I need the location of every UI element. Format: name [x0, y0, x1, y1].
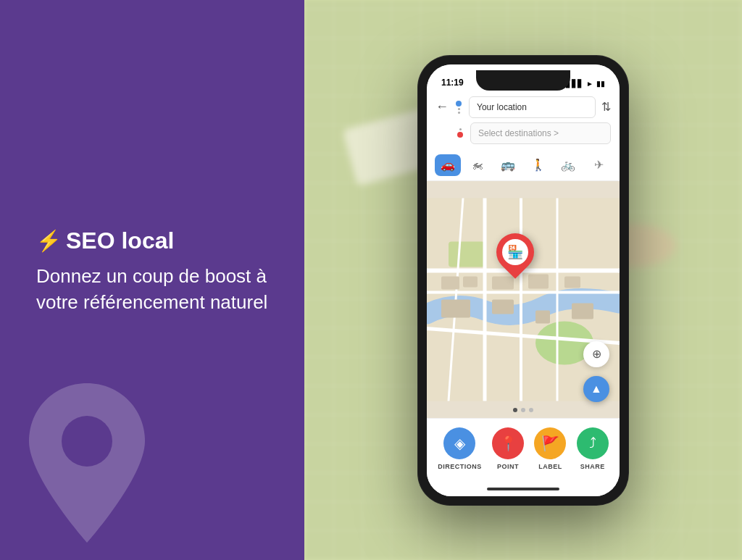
share-icon: ⤴ — [589, 435, 596, 451]
battery-icon: ▮▮ — [596, 80, 605, 88]
transport-car[interactable]: 🚗 — [435, 154, 461, 176]
page-dot-3 — [529, 408, 533, 412]
wifi-icon: ► — [586, 80, 593, 88]
svg-rect-18 — [535, 310, 550, 323]
tagline: Donnez un coup de boost à votre référenc… — [36, 263, 268, 316]
svg-rect-15 — [564, 276, 580, 288]
route-dots — [454, 101, 463, 114]
home-bar — [487, 488, 559, 490]
watermark-pin — [14, 376, 159, 553]
location-input-text: Your location — [477, 102, 527, 112]
svg-point-0 — [62, 416, 112, 467]
bottom-action-bar: ◈ DIRECTIONS 📍 POINT 🚩 LA — [427, 418, 620, 482]
page-dot-2 — [521, 408, 525, 412]
right-panel: 11:19 ▋▋▋ ► ▮▮ ← — [304, 0, 742, 560]
destination-input-text: Select destinations > — [478, 128, 559, 138]
label-label: LABEL — [538, 463, 562, 470]
phone: 11:19 ▋▋▋ ► ▮▮ ← — [418, 56, 628, 505]
pin-circle: 🏪 — [489, 225, 543, 279]
share-button[interactable]: ⤴ SHARE — [577, 427, 609, 470]
origin-dot — [456, 101, 462, 106]
directions-label: DIRECTIONS — [438, 463, 482, 470]
map-pin: 🏪 — [496, 233, 534, 271]
logo: ⚡ SEO local — [36, 227, 268, 254]
transport-flight[interactable]: ✈ — [585, 154, 612, 176]
back-button[interactable]: ← — [435, 99, 449, 114]
transport-motorbike[interactable]: 🏍 — [464, 154, 491, 176]
destination-input[interactable]: Select destinations > — [470, 122, 611, 144]
connector-dot-3 — [459, 128, 462, 130]
phone-notch — [476, 70, 570, 91]
page-dots — [513, 408, 533, 412]
map-area: 🏪 ⊕ ▲ — [427, 181, 620, 418]
location-input[interactable]: Your location — [469, 96, 596, 118]
swap-button[interactable]: ⇅ — [601, 100, 611, 114]
compass-button[interactable]: ⊕ — [583, 341, 609, 367]
search-area: ← Your location ⇅ — [427, 91, 620, 150]
search-row-1: ← Your location ⇅ — [435, 96, 611, 118]
svg-rect-19 — [572, 303, 593, 319]
store-icon: 🏪 — [507, 244, 523, 260]
phone-wrapper: 11:19 ▋▋▋ ► ▮▮ ← — [418, 56, 628, 505]
lightning-icon: ⚡ — [36, 229, 62, 253]
share-icon-circle: ⤴ — [577, 427, 609, 459]
label-icon-circle: 🚩 — [534, 427, 566, 459]
point-icon: 📍 — [499, 435, 517, 452]
point-button[interactable]: 📍 POINT — [492, 427, 524, 470]
left-panel: ⚡ SEO local Donnez un coup de boost à vo… — [0, 0, 304, 560]
phone-screen: 11:19 ▋▋▋ ► ▮▮ ← — [427, 64, 620, 496]
transport-cycle[interactable]: 🚲 — [555, 154, 581, 176]
logo-area: ⚡ SEO local Donnez un coup de boost à vo… — [36, 227, 268, 316]
status-icons: ▋▋▋ ► ▮▮ — [566, 80, 605, 88]
directions-icon: ◈ — [454, 435, 465, 452]
transport-bar: 🚗 🏍 🚌 🚶 🚲 ✈ — [427, 150, 620, 181]
search-row-2: Select destinations > — [435, 122, 611, 144]
page-dot-1 — [513, 408, 517, 412]
directions-icon-circle: ◈ — [443, 427, 475, 459]
svg-rect-11 — [441, 276, 459, 289]
label-icon: 🚩 — [541, 435, 559, 452]
svg-rect-13 — [492, 276, 514, 289]
svg-rect-12 — [463, 276, 478, 287]
transport-bus[interactable]: 🚌 — [495, 154, 521, 176]
label-button[interactable]: 🚩 LABEL — [534, 427, 566, 470]
svg-rect-3 — [449, 241, 485, 267]
share-label: SHARE — [580, 463, 605, 470]
status-time: 11:19 — [441, 78, 464, 88]
home-indicator — [427, 482, 620, 496]
logo-text: SEO local — [66, 227, 174, 254]
navigate-button[interactable]: ▲ — [583, 376, 609, 402]
directions-button[interactable]: ◈ DIRECTIONS — [438, 427, 482, 470]
svg-rect-14 — [528, 274, 549, 288]
svg-rect-16 — [441, 299, 470, 317]
dest-dot — [457, 132, 463, 138]
svg-rect-17 — [492, 299, 514, 314]
connector-dot-1 — [458, 108, 460, 110]
transport-walk[interactable]: 🚶 — [525, 154, 551, 176]
pin-inner: 🏪 — [502, 239, 528, 265]
point-icon-circle: 📍 — [492, 427, 524, 459]
point-label: POINT — [497, 463, 519, 470]
connector-dot-2 — [458, 112, 460, 114]
dest-dots — [456, 128, 464, 138]
